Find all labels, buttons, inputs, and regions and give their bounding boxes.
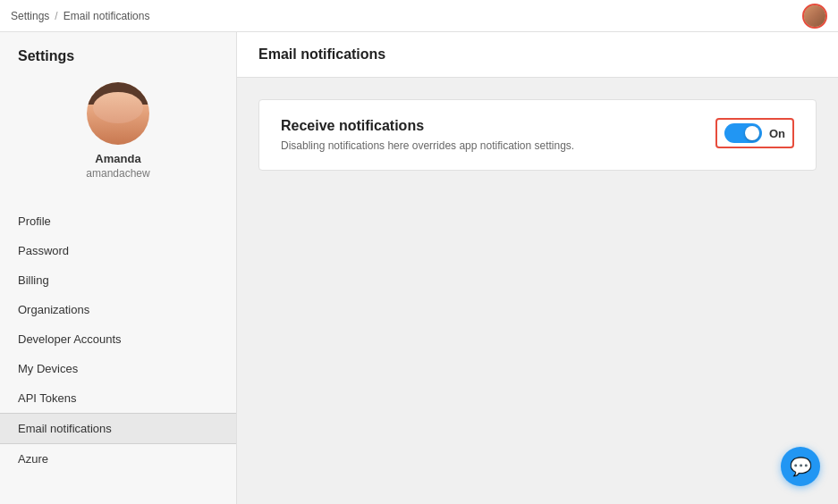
notification-card: Receive notifications Disabling notifica… — [258, 99, 817, 171]
sidebar-nav: Profile Password Billing Organizations D… — [0, 206, 236, 474]
sidebar-item-profile[interactable]: Profile — [0, 206, 236, 236]
main-layout: Settings Amanda amandachew Profile Passw… — [0, 32, 838, 504]
user-section: Amanda amandachew — [0, 73, 236, 197]
content-header: Email notifications — [237, 32, 838, 78]
breadcrumb-settings[interactable]: Settings — [11, 10, 49, 22]
user-avatar-button[interactable] — [802, 4, 827, 29]
breadcrumb-current: Email notifications — [63, 10, 150, 22]
toggle-label: On — [769, 127, 785, 140]
sidebar-item-developer-accounts[interactable]: Developer Accounts — [0, 324, 236, 354]
notification-title: Receive notifications — [281, 118, 574, 134]
toggle-container[interactable]: On — [715, 118, 794, 148]
notification-description: Disabling notifications here overrides a… — [281, 139, 574, 152]
top-bar: Settings / Email notifications — [0, 0, 838, 32]
notification-card-text: Receive notifications Disabling notifica… — [281, 118, 574, 152]
main-content: Email notifications Receive notification… — [237, 32, 838, 504]
toggle-thumb — [745, 126, 759, 140]
sidebar-title: Settings — [0, 32, 236, 73]
user-avatar — [87, 82, 149, 145]
sidebar-item-email-notifications[interactable]: Email notifications — [0, 413, 236, 444]
breadcrumb: Settings / Email notifications — [11, 10, 149, 22]
chat-icon: 💬 — [790, 458, 812, 475]
user-handle: amandachew — [86, 167, 149, 180]
sidebar-item-billing[interactable]: Billing — [0, 265, 236, 295]
content-body: Receive notifications Disabling notifica… — [237, 78, 838, 192]
user-name: Amanda — [95, 152, 140, 165]
sidebar-item-azure[interactable]: Azure — [0, 444, 236, 474]
sidebar-item-password[interactable]: Password — [0, 236, 236, 265]
breadcrumb-separator: / — [55, 10, 57, 22]
sidebar: Settings Amanda amandachew Profile Passw… — [0, 32, 237, 504]
avatar-image — [804, 5, 825, 27]
toggle-switch[interactable] — [724, 123, 762, 143]
sidebar-item-organizations[interactable]: Organizations — [0, 295, 236, 324]
toggle-track — [724, 123, 762, 143]
sidebar-item-my-devices[interactable]: My Devices — [0, 354, 236, 383]
chat-bubble-button[interactable]: 💬 — [781, 447, 820, 486]
avatar-face-image — [87, 82, 149, 145]
sidebar-item-api-tokens[interactable]: API Tokens — [0, 383, 236, 413]
